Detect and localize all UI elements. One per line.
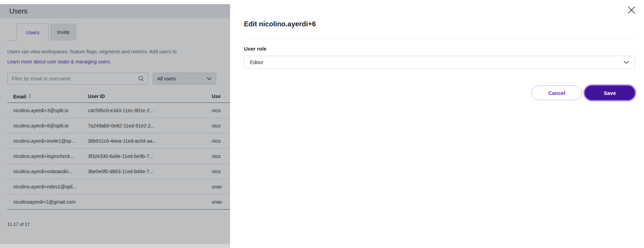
filter-row: All users xyxy=(0,73,230,85)
user-role-select[interactable]: Editor xyxy=(244,56,635,69)
modal-title: Edit nicolino.ayerdi+6 xyxy=(244,20,316,28)
cell-email: nicolino.ayerdi+onboardin... xyxy=(7,169,88,174)
learn-more-link[interactable]: Learn more about user seats & managing u… xyxy=(7,59,111,64)
page-header: Users xyxy=(0,4,230,18)
table-header-row: Email User ID Use xyxy=(7,90,230,103)
tab-users[interactable]: Users xyxy=(17,24,49,41)
tabbar-baseline xyxy=(7,41,17,41)
close-icon xyxy=(627,6,636,15)
save-button[interactable]: Save xyxy=(585,86,635,100)
tab-bar: Users Invite xyxy=(17,24,76,41)
modal-divider xyxy=(244,38,635,38)
modal-actions: Cancel Save xyxy=(532,86,635,100)
column-header-user-id: User ID xyxy=(88,94,212,99)
cell-username: nico xyxy=(212,169,230,174)
filter-input[interactable] xyxy=(7,73,149,85)
user-filter-value: All users xyxy=(157,76,176,81)
cell-user-id: 7a249ab0-0e82-11ed-91e2-2... xyxy=(88,123,212,129)
cell-user-id: 3f32e330-6a9e-11ed-be9b-7... xyxy=(88,153,212,159)
cell-user-id: 38b911c0-4eea-11ed-ac04-aa... xyxy=(88,138,212,144)
cell-username: nico xyxy=(212,108,230,113)
user-filter-dropdown[interactable]: All users xyxy=(153,73,216,85)
cell-user-id: c4c595c0-e343-11ec-801e-2... xyxy=(88,108,212,113)
column-header-username: Use xyxy=(212,94,230,99)
tab-users-label: Users xyxy=(26,29,39,35)
close-button[interactable] xyxy=(627,6,636,15)
pagination-status: 11-17 of 17 xyxy=(7,222,30,227)
table-row[interactable]: nicolino.ayerdi+invite1@sp... 38b911c0-4… xyxy=(7,133,230,149)
cell-email: nicolinoayerdi+1@gmail.com xyxy=(7,199,88,205)
sort-icon xyxy=(28,94,31,99)
tab-invite-label: Invite xyxy=(57,29,70,35)
search-icon xyxy=(138,76,144,83)
user-role-value: Editor xyxy=(250,59,263,65)
cell-email: nicolino.ayerdi+6@split.io xyxy=(7,123,88,129)
cell-user-id: 3be0e5f0-d863-11ed-bd4e-7... xyxy=(88,169,212,174)
table-row[interactable]: nicolino.ayerdi+6@split.io 7a249ab0-0e82… xyxy=(7,118,230,133)
cell-username: nico xyxy=(212,123,230,129)
cell-username: nico xyxy=(212,138,230,144)
table-row[interactable]: nicolino.ayerdi+onboardin... 3be0e5f0-d8… xyxy=(7,164,230,179)
cell-email: nicolino.ayerdi+3@split.io xyxy=(7,108,88,113)
screen: Users Users Invite Users can view worksp… xyxy=(0,0,644,248)
table-row[interactable]: nicolino.ayerdi+3@split.io c4c595c0-e343… xyxy=(7,103,230,118)
edit-user-modal: Edit nicolino.ayerdi+6 User role Editor … xyxy=(230,0,644,248)
user-role-label: User role xyxy=(244,46,266,52)
chevron-down-icon xyxy=(624,59,629,65)
cell-email: nicolino.ayerdi+invite1@sp... xyxy=(7,138,88,144)
page-title: Users xyxy=(0,7,27,15)
cell-username: unav xyxy=(212,184,230,189)
table-body: nicolino.ayerdi+3@split.io c4c595c0-e343… xyxy=(7,103,230,210)
tab-invite[interactable]: Invite xyxy=(50,24,76,41)
bottom-scroll-strip xyxy=(0,244,230,248)
table-row[interactable]: nicolino.ayerdi+roles1@spli... unav xyxy=(7,179,230,194)
table-row[interactable]: nicolino.ayerdi+logincheck... 3f32e330-6… xyxy=(7,149,230,164)
cell-username: nico xyxy=(212,153,230,159)
table-row[interactable]: nicolinoayerdi+1@gmail.com unav xyxy=(7,194,230,210)
cell-username: unav xyxy=(212,199,230,205)
column-header-email[interactable]: Email xyxy=(7,94,88,99)
users-table: Email User ID Use nicolino.ayerdi+3@spli… xyxy=(7,90,230,210)
cell-email: nicolino.ayerdi+roles1@spli... xyxy=(7,184,88,189)
users-page: Users Users Invite Users can view worksp… xyxy=(0,0,230,248)
cancel-button[interactable]: Cancel xyxy=(532,86,582,100)
page-description: Users can view workspaces, feature flags… xyxy=(7,49,230,54)
chevron-down-icon xyxy=(207,76,212,81)
cell-email: nicolino.ayerdi+logincheck... xyxy=(7,153,88,159)
